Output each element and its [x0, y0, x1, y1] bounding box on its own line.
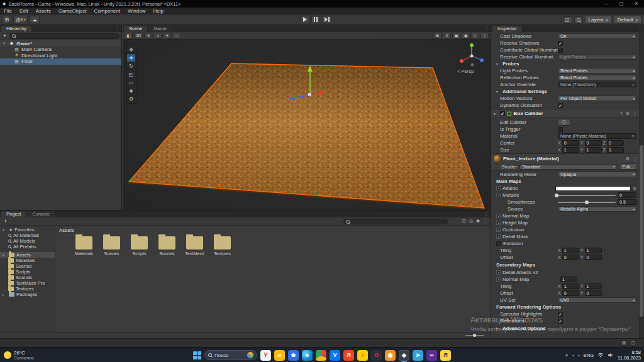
smoothness-field[interactable]: 0.5	[618, 199, 636, 205]
scene-toolbar-button[interactable]: ☀	[144, 33, 152, 39]
menu-item[interactable]: Window	[124, 8, 149, 14]
texture-slot-icon[interactable]	[496, 228, 501, 232]
asset-folder[interactable]: Textures	[211, 236, 233, 256]
overflow-menu-icon[interactable]: ⋮	[483, 219, 487, 224]
texture-slot-icon[interactable]	[496, 270, 501, 275]
size-z-field[interactable]: 1	[607, 147, 624, 153]
menu-item[interactable]: File	[0, 8, 16, 14]
is-trigger-checkbox[interactable]	[558, 127, 563, 132]
taskbar-app-icon[interactable]: ●	[316, 350, 326, 361]
preset-icon[interactable]: ⚙	[626, 111, 630, 116]
center-z-field[interactable]: 0	[607, 140, 624, 146]
tray-app-icon[interactable]: ●	[572, 353, 574, 357]
scene-toolbar-button[interactable]: ⋮	[480, 33, 489, 39]
scene-view-tab[interactable]: Scene	[124, 26, 147, 32]
emission-checkbox[interactable]	[496, 241, 501, 246]
scene-tool-button[interactable]: ▭	[127, 79, 135, 86]
secondary-tiling-x-field[interactable]: 1	[562, 283, 579, 289]
component-menu-icon[interactable]: ⋮	[633, 111, 637, 116]
volume-icon[interactable]	[608, 353, 614, 358]
inspector-scrollbar[interactable]	[639, 32, 644, 338]
asset-folder[interactable]: TextMesh	[184, 236, 206, 256]
scene-tool-button[interactable]: ✥	[127, 46, 135, 53]
center-y-field[interactable]: 0	[585, 140, 602, 146]
scene-toolbar-button[interactable]: #	[443, 33, 451, 39]
scene-viewport[interactable]: ✥✛↻◰▭◈⚙ < Persp	[123, 40, 491, 210]
project-tree-folder[interactable]: Textures	[0, 286, 55, 292]
foldout-icon[interactable]: ▾	[494, 112, 498, 116]
menu-item[interactable]: Help	[149, 8, 167, 14]
size-y-field[interactable]: 1	[585, 147, 602, 153]
scene-toolbar-button[interactable]: ⊞	[433, 33, 441, 39]
taskbar-app-icon[interactable]: ∞	[426, 350, 437, 361]
cast-shadows-dropdown[interactable]: On	[558, 33, 636, 39]
shader-dropdown[interactable]: Standard	[519, 164, 616, 170]
offset-y-field[interactable]: 0	[585, 255, 602, 260]
offset-x-field[interactable]: 0	[562, 255, 579, 260]
minimize-button[interactable]: –	[599, 0, 614, 8]
lock-icon[interactable]: ✱	[476, 219, 480, 224]
hierarchy-add-button[interactable]: +	[2, 33, 8, 39]
menu-item[interactable]: Assets	[32, 8, 55, 14]
anchor-override-field[interactable]: None (Transform)	[558, 82, 636, 87]
scene-toolbar-button[interactable]: ◉	[462, 33, 470, 39]
hierarchy-item[interactable]: ▤ Main Camera	[0, 47, 121, 53]
menu-item[interactable]: Component	[91, 8, 124, 14]
taskbar-app-icon[interactable]: Я	[440, 350, 451, 361]
scene-toolbar-button[interactable]: ▣	[452, 33, 460, 39]
component-menu-icon[interactable]: ⋮	[633, 156, 637, 162]
weather-widget[interactable]: 26°C Солнечно	[4, 348, 34, 362]
scrollbar-thumb[interactable]	[640, 145, 643, 317]
texture-slot-icon[interactable]	[496, 234, 501, 239]
layout-dropdown[interactable]: Default	[614, 16, 641, 24]
texture-slot-icon[interactable]	[496, 214, 501, 218]
language-indicator[interactable]: ENG	[584, 353, 594, 358]
motion-vectors-dropdown[interactable]: Per Object Motion	[558, 96, 636, 101]
dynamic-occlusion-checkbox[interactable]	[558, 103, 563, 108]
tiling-x-field[interactable]: 1	[562, 248, 579, 253]
taskbar-app-icon[interactable]: O	[371, 350, 382, 361]
taskbar-app-icon[interactable]: ♪	[357, 350, 368, 361]
project-tab[interactable]: Console	[27, 211, 55, 217]
albedo-color-swatch[interactable]	[555, 186, 631, 191]
scene-view-tab[interactable]: Game	[148, 26, 171, 32]
foldout-icon[interactable]: ▼	[3, 41, 7, 45]
secondary-tiling-y-field[interactable]: 1	[585, 283, 602, 289]
console-status-icon[interactable]: ◫	[631, 341, 635, 346]
shader-edit-button[interactable]: Edit...	[619, 163, 637, 170]
scene-tool-button[interactable]: ◰	[127, 70, 135, 78]
menu-item[interactable]: GameObject	[55, 8, 91, 14]
smoothness-slider[interactable]	[558, 199, 616, 205]
clock-widget[interactable]: 8:58 11.08.2023	[618, 349, 641, 361]
hierarchy-item[interactable]: ☀ Directional Light	[0, 53, 121, 59]
favorites-item[interactable]: All Models	[0, 238, 55, 244]
edit-collider-button[interactable]: ⬡	[558, 119, 570, 126]
scene-toolbar-button[interactable]: ○	[471, 33, 479, 39]
perspective-label[interactable]: < Persp	[457, 69, 474, 74]
hierarchy-menu-icon[interactable]: ⋮	[115, 26, 119, 31]
metallic-slider[interactable]	[555, 192, 616, 198]
account-button[interactable]: ДН▾	[13, 16, 28, 23]
taskbar-app-icon[interactable]: ➤	[413, 350, 423, 361]
source-dropdown[interactable]: Metallic Alpha	[558, 206, 636, 212]
foldout-icon[interactable]: ▾	[496, 90, 501, 94]
color-picker-icon[interactable]: ⊙	[633, 186, 636, 191]
help-icon[interactable]: ?	[620, 111, 623, 116]
hierarchy-scene-row[interactable]: ▼ ◆ Game*	[0, 40, 121, 47]
tab-inspector[interactable]: Inspector	[492, 26, 522, 32]
search-icon[interactable]	[574, 16, 583, 24]
taskbar-app-icon[interactable]: V	[330, 350, 340, 361]
open-asset-icon[interactable]: ◫	[462, 219, 466, 224]
step-button[interactable]	[322, 16, 332, 23]
favorites-item[interactable]: All Prefabs	[0, 244, 55, 250]
foldout-icon[interactable]: ▾	[496, 62, 501, 66]
taskbar-search[interactable]: Поиск	[204, 350, 257, 360]
light-probes-dropdown[interactable]: Blend Probes	[558, 68, 636, 74]
secondary-offset-x-field[interactable]: 0	[562, 290, 579, 296]
secondary-offset-y-field[interactable]: 0	[585, 290, 602, 296]
scene-toolbar-button[interactable]: 2D	[134, 33, 143, 39]
start-button[interactable]	[193, 351, 201, 359]
reflections-checkbox[interactable]	[558, 319, 563, 324]
scene-tool-button[interactable]: ✛	[127, 54, 135, 62]
menu-item[interactable]: Edit	[16, 8, 32, 14]
